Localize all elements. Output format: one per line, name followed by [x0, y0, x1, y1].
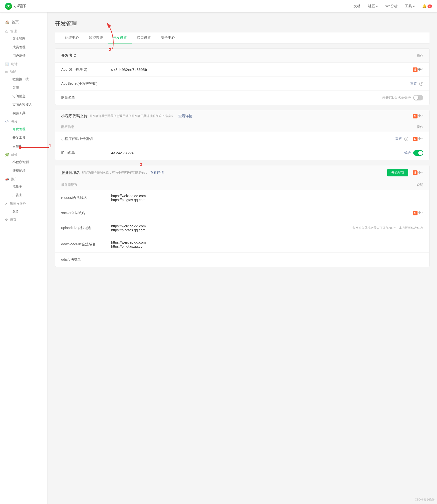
code-upload-detail-link[interactable]: 查看详情	[178, 114, 192, 118]
uploadfile-domain-row: uploadFile合法域名 https://weixiao.qq.com ht…	[55, 220, 429, 236]
s-badge: S	[413, 67, 417, 72]
ip-whitelist-status-text: 未开启ip白名单保护	[382, 95, 411, 100]
request-domain-value-1: https://weixiao.qq.com	[111, 194, 423, 198]
bell-icon: 🔔	[422, 4, 427, 8]
sidebar-section-thirdparty[interactable]: ✕ 第三方服务	[0, 199, 47, 207]
stats-icon: 📊	[5, 62, 9, 66]
server-domain-title-area: 服务器域名 配置为服务器域名后，可与小程序进行网络通信， 查看详情	[61, 170, 164, 175]
dot-badge: •°	[422, 68, 424, 71]
sidebar-item-wechat-search[interactable]: 微信搜一搜	[0, 75, 47, 83]
server-domain-section: 服务器域名 配置为服务器域名后，可与小程序进行网络通信， 查看详情 开始配置 S…	[55, 165, 430, 267]
downloadfile-domain-value-1: https://weixiao.qq.com	[111, 240, 423, 244]
svg-point-1	[8, 5, 10, 7]
tab-dev-settings[interactable]: 开发设置	[108, 32, 132, 43]
page-title: 开发管理	[55, 20, 430, 27]
appid-label: AppID(小程序ID)	[61, 67, 111, 72]
ip-whitelist-toggle[interactable]	[413, 95, 423, 100]
top-nav-right: 文档 社区 ▾ We分析 工具 ▾ 🔔 4	[354, 4, 432, 8]
sidebar-section-promote[interactable]: 📣 推广	[0, 175, 47, 182]
sidebar-label-stats: 统计	[11, 62, 17, 66]
sidebar-label-feature: 功能	[10, 69, 16, 74]
notification-bell[interactable]: 🔔 4	[422, 4, 432, 8]
tab-ops[interactable]: 运维中心	[60, 32, 84, 43]
sidebar-item-subscribe-msg[interactable]: 订阅消息	[0, 92, 47, 100]
sidebar-item-home[interactable]: 🏠 首页	[0, 17, 47, 27]
sidebar-label-home: 首页	[12, 20, 19, 24]
page-tabs: 运维中心 监控告警 开发设置 接口设置 安全中心	[55, 32, 430, 43]
upload-key-help-icon[interactable]: ?	[404, 137, 408, 141]
tab-monitor[interactable]: 监控告警	[84, 32, 108, 43]
sidebar-item-traffic[interactable]: 流量主	[0, 182, 47, 191]
upload-ip-label: IP白名单	[61, 151, 111, 155]
tab-api-settings[interactable]: 接口设置	[132, 32, 156, 43]
sidebar-item-members[interactable]: 成员管理	[0, 43, 47, 51]
upload-ip-actions: 编辑	[404, 150, 423, 156]
thirdparty-icon: ✕	[5, 202, 8, 206]
tab-security[interactable]: 安全中心	[156, 32, 180, 43]
appid-value: wx8d4932ee7c8095b	[111, 68, 413, 72]
upload-key-reset-btn[interactable]: 重置	[395, 137, 402, 141]
notification-count: 4	[428, 4, 432, 8]
upload-key-row: 小程序代码上传密钥 重置 ? S 中 •°	[55, 132, 429, 146]
annotation-label-3: 3	[140, 163, 142, 167]
main-layout: 🏠 首页 🗂 管理 版本管理 成员管理 用户反馈 📊 统计 ⊞ 功能 微信搜一搜…	[0, 12, 437, 504]
downloadfile-domain-row: downloadFile合法域名 https://weixiao.qq.com …	[55, 236, 429, 253]
appsecret-reset-btn[interactable]: 重置	[410, 81, 417, 86]
udp-domain-label: udp合法域名	[61, 257, 111, 262]
uploadfile-domain-label: uploadFile合法域名	[61, 226, 111, 230]
nav-docs[interactable]: 文档	[354, 4, 361, 8]
manage-icon: 🗂	[5, 29, 8, 33]
domain-note-header: 说明	[417, 183, 423, 187]
sidebar-section-stats[interactable]: 📊 统计	[0, 60, 47, 67]
nav-community[interactable]: 社区 ▾	[368, 4, 378, 8]
sidebar-label-develop: 开发	[11, 119, 18, 124]
appsecret-actions: 重置 ?	[410, 81, 423, 86]
sidebar-item-violation[interactable]: 违规记录	[0, 166, 47, 175]
upload-ip-value: 43.242.73.224	[111, 151, 404, 155]
sidebar-item-dev-management[interactable]: 开发管理	[0, 125, 47, 133]
sidebar-item-page-content[interactable]: 页面内容接入	[0, 100, 47, 109]
settings-icon: ⚙	[5, 218, 8, 222]
sidebar-section-develop[interactable]: </> 开发	[0, 117, 47, 125]
sidebar-item-customer-service[interactable]: 客服	[0, 83, 47, 92]
server-domain-detail-link[interactable]: 查看详情	[150, 170, 164, 175]
sidebar-item-service[interactable]: 服务	[0, 207, 47, 215]
growth-icon: 🌿	[5, 153, 9, 157]
table-header-action: 操作	[417, 53, 423, 58]
sidebar-item-version[interactable]: 版本管理	[0, 34, 47, 43]
uploadfile-domain-value-2: https://pingtas.qq.com	[111, 228, 353, 232]
nav-tools[interactable]: 工具 ▾	[405, 4, 415, 8]
sidebar-item-exp-tools[interactable]: 实验工具	[0, 109, 47, 117]
uploadfile-domain-values: https://weixiao.qq.com https://pingtas.q…	[111, 224, 353, 232]
appsecret-label: AppSecret(小程序密钥)	[61, 81, 111, 86]
sidebar-label-promote: 推广	[11, 177, 17, 181]
downloadfile-domain-label: downloadFile合法域名	[61, 242, 111, 247]
main-content: 开发管理 运维中心 监控告警 开发设置 接口设置 安全中心	[47, 12, 437, 504]
appsecret-help-icon[interactable]: ?	[419, 82, 423, 86]
sidebar-section-feature[interactable]: ⊞ 功能	[0, 67, 47, 75]
developer-id-section-title: 开发者ID	[61, 53, 111, 58]
nav-analytics[interactable]: We分析	[385, 4, 398, 8]
sidebar-item-miniapp-eval[interactable]: 小程序评测	[0, 158, 47, 166]
sidebar-item-advertiser[interactable]: 广告主	[0, 191, 47, 199]
ip-whitelist-action: 未开启ip白名单保护	[382, 95, 423, 100]
ip-whitelist-label: IP白名单	[61, 95, 111, 100]
sidebar-item-feedback[interactable]: 用户反馈	[0, 51, 47, 60]
sidebar-item-dev-tools[interactable]: 开发工具	[0, 133, 47, 142]
promote-icon: 📣	[5, 177, 9, 181]
sidebar-section-growth[interactable]: 🌿 成长	[0, 150, 47, 158]
sidebar-item-cloud-service[interactable]: 云服务	[0, 142, 47, 150]
appsecret-row: AppSecret(小程序密钥) 重置 ?	[55, 77, 429, 91]
start-config-button[interactable]: 开始配置	[387, 169, 408, 176]
sidebar-section-manage[interactable]: 🗂 管理	[0, 27, 47, 34]
sidebar-section-settings[interactable]: ⚙ 设置	[0, 215, 47, 223]
logo-icon	[5, 3, 12, 10]
upload-ip-edit-btn[interactable]: 编辑	[404, 151, 411, 155]
upload-ip-toggle[interactable]	[413, 150, 423, 156]
logo[interactable]: 小程序	[5, 3, 26, 10]
upload-key-label: 小程序代码上传密钥	[61, 137, 111, 141]
sidebar-label-manage: 管理	[10, 29, 17, 33]
code-upload-title: 小程序代码上传 开发者可基于配置信息调用微信开发者工具提供的代码上传模块， 查看…	[61, 114, 192, 118]
chevron-down-icon: ▾	[376, 4, 378, 8]
home-icon: 🏠	[5, 20, 9, 24]
